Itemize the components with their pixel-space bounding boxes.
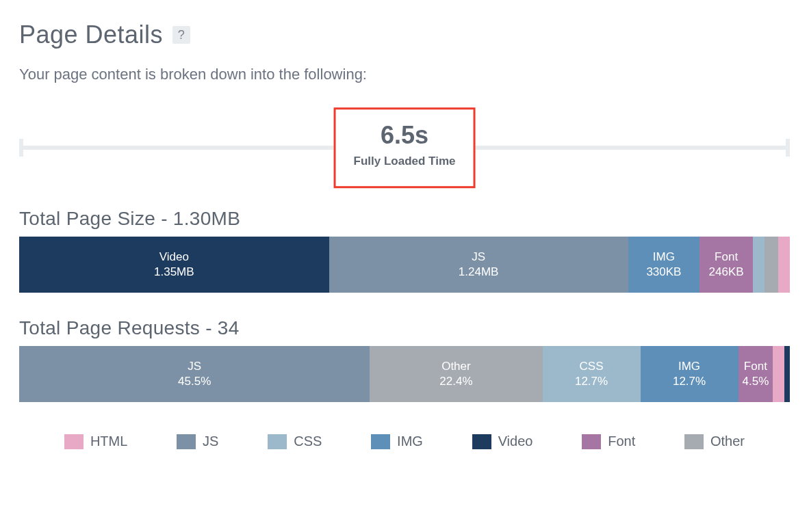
bar-segment-font[interactable]: Font4.5% <box>739 346 773 402</box>
segment-label: Font <box>715 250 738 265</box>
legend-label: CSS <box>294 434 322 449</box>
segment-label: Other <box>441 359 471 374</box>
help-icon[interactable]: ? <box>172 26 190 44</box>
segment-label: Font <box>744 359 767 374</box>
total-page-size-title: Total Page Size - 1.30MB <box>19 208 790 230</box>
legend-swatch <box>268 434 287 449</box>
load-timeline: 6.5s Fully Loaded Time <box>19 107 790 189</box>
legend-item-css[interactable]: CSS <box>268 434 322 449</box>
legend-label: JS <box>203 434 218 449</box>
segment-label: IMG <box>653 250 675 265</box>
bar-segment-html[interactable] <box>773 346 784 402</box>
segment-value: 12.7% <box>673 374 706 389</box>
timeline-cap-left <box>19 139 23 157</box>
bar-segment-img[interactable]: IMG330KB <box>628 237 700 293</box>
page-subtitle: Your page content is broken down into th… <box>19 66 790 83</box>
bar-segment-css[interactable]: CSS12.7% <box>543 346 641 402</box>
segment-label: JS <box>472 250 485 265</box>
segment-value: 246KB <box>709 265 744 280</box>
fully-loaded-time-box: 6.5s Fully Loaded Time <box>334 107 476 188</box>
legend-swatch <box>684 434 704 449</box>
legend-label: Font <box>608 434 635 449</box>
segment-value: 45.5% <box>178 374 211 389</box>
total-page-requests-bar: JS45.5%Other22.4%CSS12.7%IMG12.7%Font4.5… <box>19 346 790 402</box>
legend-label: IMG <box>397 434 423 449</box>
bar-segment-img[interactable]: IMG12.7% <box>641 346 739 402</box>
bar-segment-other[interactable] <box>765 237 778 293</box>
bar-segment-js[interactable]: JS1.24MB <box>329 237 628 293</box>
total-page-requests-title: Total Page Requests - 34 <box>19 317 790 339</box>
legend-swatch <box>64 434 84 449</box>
segment-label: IMG <box>678 359 700 374</box>
bar-segment-js[interactable]: JS45.5% <box>19 346 370 402</box>
legend-item-font[interactable]: Font <box>582 434 635 449</box>
legend: HTMLJSCSSIMGVideoFontOther <box>19 427 790 449</box>
legend-swatch <box>177 434 196 449</box>
segment-value: 1.24MB <box>459 265 499 280</box>
legend-swatch <box>582 434 601 449</box>
legend-label: HTML <box>90 434 127 449</box>
legend-label: Video <box>498 434 533 449</box>
legend-item-js[interactable]: JS <box>177 434 218 449</box>
total-page-size-bar: Video1.35MBJS1.24MBIMG330KBFont246KB <box>19 237 790 293</box>
legend-label: Other <box>710 434 745 449</box>
segment-label: CSS <box>580 359 604 374</box>
bar-segment-video[interactable] <box>784 346 790 402</box>
fully-loaded-time-value: 6.5s <box>354 122 456 149</box>
legend-swatch <box>472 434 491 449</box>
segment-value: 12.7% <box>575 374 608 389</box>
legend-item-html[interactable]: HTML <box>64 434 127 449</box>
legend-item-other[interactable]: Other <box>684 434 745 449</box>
segment-label: JS <box>188 359 201 374</box>
bar-segment-video[interactable]: Video1.35MB <box>19 237 329 293</box>
legend-swatch <box>371 434 390 449</box>
bar-segment-html[interactable] <box>778 237 790 293</box>
segment-value: 330KB <box>646 265 681 280</box>
page-title-text: Page Details <box>19 21 163 49</box>
segment-value: 4.5% <box>743 374 769 389</box>
timeline-cap-right <box>786 139 790 157</box>
bar-segment-font[interactable]: Font246KB <box>699 237 753 293</box>
legend-item-video[interactable]: Video <box>472 434 533 449</box>
bar-segment-css[interactable] <box>753 237 765 293</box>
segment-value: 22.4% <box>439 374 472 389</box>
legend-item-img[interactable]: IMG <box>371 434 423 449</box>
page-title: Page Details ? <box>19 21 790 49</box>
bar-segment-other[interactable]: Other22.4% <box>370 346 542 402</box>
fully-loaded-time-label: Fully Loaded Time <box>354 155 456 168</box>
segment-value: 1.35MB <box>154 265 194 280</box>
segment-label: Video <box>159 250 189 265</box>
